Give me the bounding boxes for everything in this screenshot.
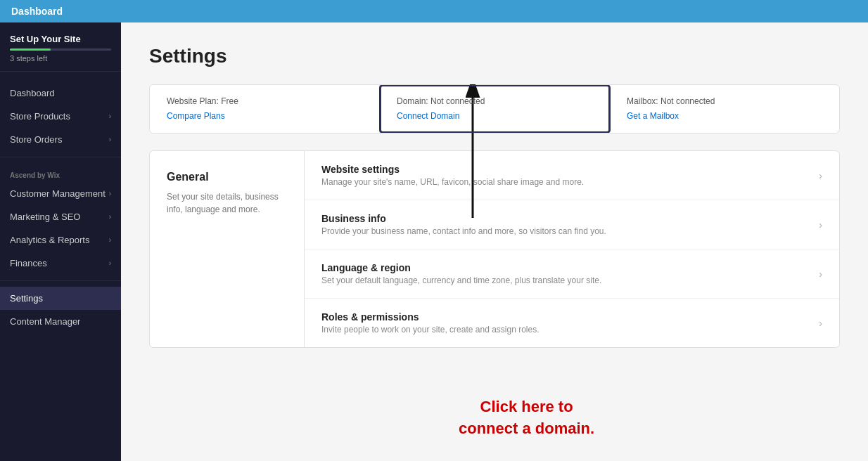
mailbox-label: Mailbox: Not connected [627,96,822,106]
page-title: Settings [149,45,840,67]
click-here-annotation: Click here to connect a domain. [459,396,594,440]
sidebar-item-store-products[interactable]: Store Products › [0,105,121,128]
website-settings-row[interactable]: Website settings Manage your site's name… [305,151,839,200]
sidebar-setup: Set Up Your Site 3 steps left [0,22,121,72]
click-here-line1: Click here to [480,398,573,415]
sidebar-item-marketing-seo[interactable]: Marketing & SEO › [0,205,121,228]
domain-card: Domain: Not connected Connect Domain [380,85,610,133]
setup-title: Set Up Your Site [10,34,111,44]
website-settings-title: Website settings [321,164,584,175]
compare-plans-link[interactable]: Compare Plans [167,111,225,121]
sidebar-item-store-orders-label: Store Orders [10,134,62,145]
setup-progress-track [10,48,111,51]
sidebar-item-store-products-label: Store Products [10,111,70,122]
analytics-reports-chevron-icon: › [109,236,111,244]
sidebar-item-store-orders[interactable]: Store Orders › [0,128,121,151]
top-bar: Dashboard [0,0,868,22]
language-region-text: Language & region Set your default langu… [321,262,601,285]
general-section-right: Website settings Manage your site's name… [305,151,839,347]
general-section: General Set your site details, business … [149,150,840,348]
roles-permissions-text: Roles & permissions Invite people to wor… [321,311,540,335]
language-region-chevron-icon: › [819,268,822,280]
sidebar-nav: Dashboard Store Products › Store Orders … [0,72,121,343]
business-info-text: Business info Provide your business name… [321,213,606,236]
sidebar-item-content-manager[interactable]: Content Manager [0,310,121,333]
roles-permissions-chevron-icon: › [819,318,822,329]
connect-domain-link[interactable]: Connect Domain [397,111,459,121]
finances-chevron-icon: › [109,259,111,267]
finances-label: Finances [10,258,47,268]
store-products-chevron-icon: › [109,112,111,120]
content-manager-label: Content Manager [10,316,80,327]
sidebar: Set Up Your Site 3 steps left Dashboard … [0,22,121,461]
settings-label: Settings [10,293,43,304]
business-info-row[interactable]: Business info Provide your business name… [305,200,839,249]
customer-management-chevron-icon: › [109,190,111,197]
customer-management-label: Customer Management [10,188,106,199]
sidebar-divider-2 [0,280,121,281]
general-title: General [167,171,287,183]
analytics-reports-label: Analytics & Reports [10,235,89,245]
content-area: Settings Website Plan: Free Compare Plan… [121,22,868,461]
info-cards-row: Website Plan: Free Compare Plans Domain:… [149,84,840,134]
language-region-desc: Set your default language, currency and … [321,275,601,285]
website-settings-text: Website settings Manage your site's name… [321,164,584,187]
business-info-title: Business info [321,213,606,224]
sidebar-divider-1 [0,157,121,157]
business-info-chevron-icon: › [819,219,822,230]
sidebar-item-dashboard[interactable]: Dashboard [0,82,121,105]
domain-label: Domain: Not connected [397,96,592,106]
roles-permissions-title: Roles & permissions [321,311,540,323]
language-region-row[interactable]: Language & region Set your default langu… [305,249,839,299]
get-mailbox-link[interactable]: Get a Mailbox [627,111,679,121]
sidebar-item-finances[interactable]: Finances › [0,252,121,275]
website-settings-chevron-icon: › [819,170,822,181]
general-section-left: General Set your site details, business … [150,151,305,347]
sidebar-item-customer-management[interactable]: Customer Management › [0,182,121,205]
ascend-section-label: Ascend by Wix [0,163,121,182]
top-bar-title: Dashboard [11,6,63,17]
setup-steps-left: 3 steps left [10,54,111,63]
main-layout: Set Up Your Site 3 steps left Dashboard … [0,22,868,461]
marketing-seo-chevron-icon: › [109,213,111,221]
sidebar-item-dashboard-label: Dashboard [10,88,55,98]
general-description: Set your site details, business info, la… [167,190,287,216]
website-settings-desc: Manage your site's name, URL, favicon, s… [321,177,584,187]
setup-progress-bar [10,48,51,51]
roles-permissions-desc: Invite people to work on your site, crea… [321,325,540,335]
mailbox-card: Mailbox: Not connected Get a Mailbox [610,85,839,133]
website-plan-card: Website Plan: Free Compare Plans [150,85,380,133]
marketing-seo-label: Marketing & SEO [10,212,80,222]
roles-permissions-row[interactable]: Roles & permissions Invite people to wor… [305,299,839,347]
website-plan-label: Website Plan: Free [167,96,362,106]
store-orders-chevron-icon: › [109,136,111,143]
sidebar-item-analytics-reports[interactable]: Analytics & Reports › [0,228,121,252]
language-region-title: Language & region [321,262,601,273]
sidebar-item-settings[interactable]: Settings [0,287,121,310]
click-here-line2: connect a domain. [459,420,594,437]
business-info-desc: Provide your business name, contact info… [321,226,606,236]
